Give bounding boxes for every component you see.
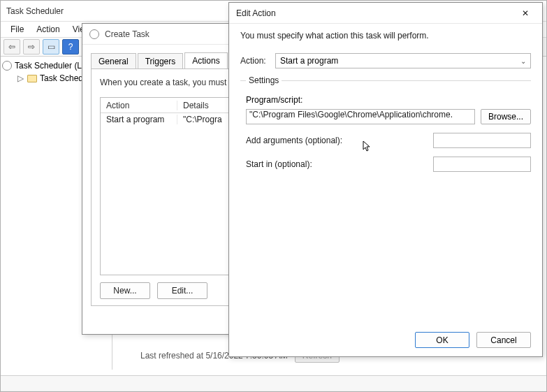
help-button[interactable]: ? — [62, 39, 79, 55]
menu-action[interactable]: Action — [31, 23, 65, 36]
row-action: Start a program — [101, 115, 177, 124]
edit-action-title: Edit Action — [236, 8, 276, 18]
action-label: Action: — [240, 56, 275, 66]
edit-action-dialog: Edit Action ✕ You must specify what acti… — [228, 2, 543, 357]
edit-action-description: You must specify what action this task w… — [240, 31, 531, 41]
dialog-buttons: OK Cancel — [415, 332, 531, 348]
ok-button[interactable]: OK — [415, 332, 469, 348]
new-button[interactable]: New... — [100, 282, 150, 299]
folder-icon — [27, 75, 37, 82]
edit-action-titlebar: Edit Action ✕ — [229, 3, 542, 24]
bottom-bar — [1, 375, 547, 391]
arguments-label: Add arguments (optional): — [246, 136, 433, 145]
startin-row: Start in (optional): — [246, 157, 531, 172]
cancel-button[interactable]: Cancel — [476, 332, 531, 348]
arguments-row: Add arguments (optional): — [246, 133, 531, 148]
edit-action-body: You must specify what action this task w… — [229, 24, 542, 172]
tool-tree-button[interactable]: ▭ — [43, 39, 59, 55]
chevron-down-icon: ⌄ — [520, 57, 526, 65]
program-input[interactable]: "C:\Program Files\Google\Chrome\Applicat… — [246, 109, 475, 124]
startin-input[interactable] — [433, 157, 531, 172]
startin-label: Start in (optional): — [246, 159, 433, 169]
arguments-input[interactable] — [433, 133, 531, 148]
edit-button[interactable]: Edit... — [157, 282, 207, 299]
tree-root-label: Task Scheduler (L — [15, 61, 82, 71]
forward-button[interactable]: ⇨ — [23, 39, 40, 55]
back-button[interactable]: ⇦ — [3, 39, 20, 55]
clock-icon — [2, 61, 12, 71]
create-task-title: Create Task — [105, 29, 149, 39]
action-field-row: Action: Start a program ⌄ — [240, 53, 531, 68]
menu-file[interactable]: File — [5, 23, 29, 36]
action-select[interactable]: Start a program ⌄ — [275, 53, 531, 68]
program-label: Program/script: — [246, 95, 531, 105]
settings-legend: Settings — [246, 75, 282, 85]
tab-general[interactable]: General — [91, 53, 136, 69]
clock-icon — [89, 29, 99, 39]
tab-actions[interactable]: Actions — [184, 52, 227, 69]
tab-triggers[interactable]: Triggers — [138, 53, 184, 69]
col-action-header[interactable]: Action — [101, 101, 177, 110]
expand-icon[interactable]: ▷ — [16, 73, 24, 83]
browse-button[interactable]: Browse... — [481, 109, 531, 124]
program-row: "C:\Program Files\Google\Chrome\Applicat… — [246, 109, 531, 124]
dialog-close-button[interactable]: ✕ — [516, 6, 535, 21]
action-select-value: Start a program — [280, 56, 338, 66]
settings-fieldset: Settings Program/script: "C:\Program Fil… — [240, 75, 531, 172]
